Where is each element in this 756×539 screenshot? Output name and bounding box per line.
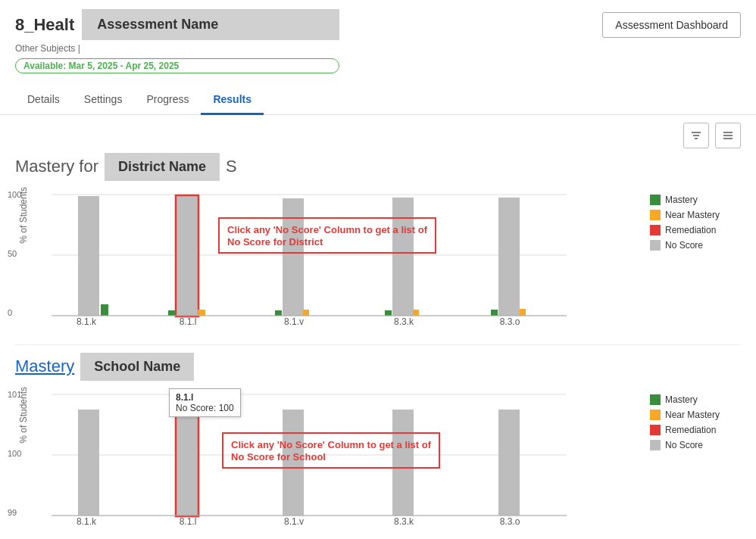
- x-label-83k: 8.3.k: [394, 316, 414, 327]
- school-legend-mastery-color: [650, 394, 661, 405]
- bar-district-81l-noscore[interactable]: [177, 196, 198, 316]
- content-area: Mastery for District Name S % of Student…: [0, 115, 756, 540]
- school-legend-mastery-label: Mastery: [665, 394, 698, 405]
- school-legend-remediation-label: Remediation: [665, 425, 716, 435]
- legend-remediation-color: [650, 225, 661, 235]
- section-divider: [15, 344, 741, 345]
- available-badge: Available: Mar 5, 2025 - Apr 25, 2025: [15, 58, 339, 73]
- school-x-label-81v: 8.1.v: [284, 516, 304, 527]
- bar-district-81l-nearmastery: [198, 310, 205, 316]
- header: 8_Healt Assessment Name Other Subjects |…: [0, 0, 756, 78]
- legend-near-mastery: Near Mastery: [650, 210, 741, 220]
- school-section: Mastery School Name % of Students 101 10…: [15, 353, 741, 529]
- school-x-label-83o: 8.3.o: [500, 516, 520, 527]
- school-legend-near-mastery-label: Near Mastery: [665, 410, 720, 420]
- district-annotation: Click any 'No Score' Column to get a lis…: [218, 217, 436, 254]
- school-y-100: 100: [8, 449, 21, 458]
- menu-icon: [722, 129, 734, 142]
- x-label-83o: 8.3.o: [500, 316, 520, 327]
- legend-mastery-label: Mastery: [665, 195, 698, 205]
- dashboard-button[interactable]: Assessment Dashboard: [602, 12, 741, 38]
- school-legend-noscore-color: [650, 440, 661, 450]
- legend-near-mastery-color: [650, 210, 661, 220]
- bar-district-83o-nearmastery: [520, 309, 526, 316]
- school-annotation-text: Click any 'No Score' Column to get a lis…: [231, 439, 431, 463]
- district-y-0: 0: [8, 308, 12, 317]
- district-section: Mastery for District Name S % of Student…: [15, 153, 741, 329]
- bar-district-81v-mastery: [275, 310, 282, 316]
- bar-district-81l-mastery: [168, 310, 175, 316]
- legend-near-mastery-label: Near Mastery: [665, 210, 720, 220]
- district-y-100: 100: [8, 190, 21, 199]
- school-title-link[interactable]: Mastery: [15, 357, 74, 376]
- school-annotation: Click any 'No Score' Column to get a lis…: [222, 432, 440, 469]
- subject-line: Other Subjects |: [15, 43, 339, 54]
- tabs-nav: Details Settings Progress Results: [0, 86, 756, 115]
- legend-noscore: No Score: [650, 240, 741, 251]
- tab-settings[interactable]: Settings: [72, 86, 135, 115]
- header-left: 8_Healt Assessment Name Other Subjects |…: [15, 9, 339, 73]
- x-label-81k: 8.1.k: [77, 316, 97, 327]
- school-tooltip: 8.1.l No Score: 100: [169, 388, 241, 417]
- district-name-box: District Name: [105, 153, 220, 181]
- filter-icon: [690, 129, 702, 142]
- school-legend-near-mastery-color: [650, 410, 661, 420]
- district-title-suffix: S: [226, 157, 237, 176]
- district-chart-wrapper: % of Students 100 50 0: [15, 187, 741, 329]
- bar-district-81v-nearmastery: [303, 310, 309, 316]
- bar-district-83k-nearmastery: [413, 310, 419, 316]
- tab-progress[interactable]: Progress: [134, 86, 201, 115]
- filter-button[interactable]: [683, 123, 709, 148]
- school-legend-mastery: Mastery: [650, 394, 741, 405]
- menu-button[interactable]: [715, 123, 741, 148]
- bar-district-83k-noscore[interactable]: [392, 198, 414, 316]
- legend-noscore-color: [650, 240, 661, 251]
- school-y-99: 99: [8, 508, 17, 517]
- available-dates: Mar 5, 2025 - Apr 25, 2025: [69, 61, 180, 71]
- bar-district-81k-noscore[interactable]: [78, 196, 99, 316]
- school-y-101: 101: [8, 390, 21, 399]
- district-title-prefix: Mastery for: [15, 157, 98, 176]
- tooltip-label: 8.1.l: [176, 392, 234, 403]
- legend-remediation-label: Remediation: [665, 225, 716, 235]
- school-section-title: Mastery School Name: [15, 353, 741, 381]
- bar-school-83o-noscore[interactable]: [498, 410, 520, 516]
- legend-mastery-color: [650, 195, 661, 205]
- school-x-label-81l: 8.1.l: [180, 516, 197, 527]
- x-label-81v: 8.1.v: [284, 316, 304, 327]
- bar-school-81k-noscore[interactable]: [78, 410, 99, 516]
- bar-district-83o-noscore[interactable]: [498, 198, 520, 316]
- district-annotation-text: Click any 'No Score' Column to get a lis…: [227, 224, 427, 248]
- district-legend: Mastery Near Mastery Remediation No: [650, 187, 741, 251]
- district-chart-svg: 8.1.k 8.1.l 8.1.v 8.3.k 8.3.o: [29, 187, 574, 327]
- bar-district-83o-mastery: [491, 310, 498, 316]
- available-label: Available:: [23, 61, 66, 71]
- school-legend-noscore-label: No Score: [665, 440, 703, 450]
- school-legend-near-mastery: Near Mastery: [650, 410, 741, 420]
- x-label-81l: 8.1.l: [180, 316, 197, 327]
- school-legend-remediation: Remediation: [650, 425, 741, 435]
- legend-noscore-label: No Score: [665, 240, 703, 251]
- app-name: 8_Healt: [15, 15, 74, 35]
- district-y-50: 50: [8, 249, 17, 258]
- legend-mastery: Mastery: [650, 195, 741, 205]
- district-section-title: Mastery for District Name S: [15, 153, 741, 181]
- bar-district-81k-mastery: [101, 304, 108, 316]
- toolbar-right: [15, 123, 741, 148]
- bar-district-83k-mastery: [385, 310, 392, 316]
- school-legend-noscore: No Score: [650, 440, 741, 450]
- school-name-box: School Name: [80, 353, 194, 381]
- school-chart-wrapper: % of Students 101 100 99: [15, 387, 741, 529]
- tab-results[interactable]: Results: [201, 86, 264, 115]
- tooltip-value: No Score: 100: [176, 403, 234, 413]
- school-x-label-83k: 8.3.k: [394, 516, 414, 527]
- school-legend: Mastery Near Mastery Remediation No: [650, 387, 741, 450]
- bar-district-81v-noscore[interactable]: [283, 198, 304, 316]
- legend-remediation: Remediation: [650, 225, 741, 235]
- school-x-label-81k: 8.1.k: [77, 516, 97, 527]
- assessment-name-box: Assessment Name: [82, 9, 339, 40]
- school-legend-remediation-color: [650, 425, 661, 435]
- tab-details[interactable]: Details: [15, 86, 72, 115]
